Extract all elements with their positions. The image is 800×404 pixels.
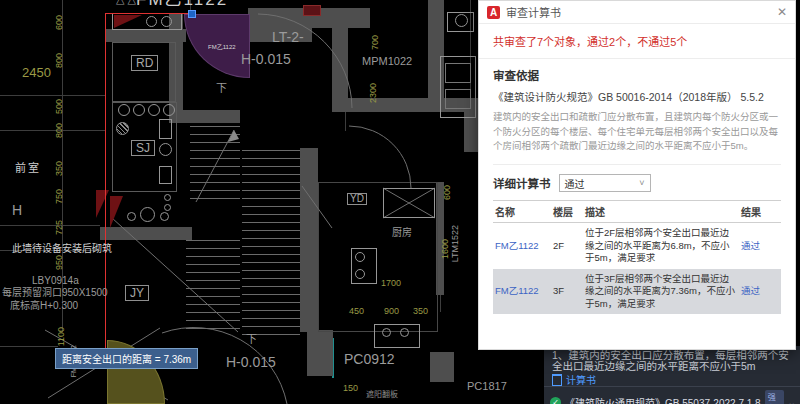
label-stair-down-2: 下 (246, 334, 257, 345)
wall-segment (307, 330, 333, 376)
dim: 600 (55, 15, 64, 30)
hydrant-marker (303, 5, 321, 16)
label-sunshade: 遮阳翻板 (366, 391, 398, 399)
result-link[interactable]: 通过 (739, 223, 781, 269)
result-link[interactable]: 通过 (739, 269, 781, 315)
kitchen-sink (374, 324, 420, 348)
object-name-link[interactable]: FM乙1122 (493, 269, 551, 315)
dim-2450: 2450 (22, 66, 51, 79)
review-basis-section: 审查依据 《建筑设计防火规范》GB 50016-2014（2018年版） 5.5… (479, 59, 795, 165)
label-pc1817: PC1817 (467, 381, 507, 392)
dim: 900 (384, 307, 399, 316)
chevron-down-icon[interactable]: ⌄ (788, 397, 796, 404)
label-stair-down-1: 下 (216, 83, 227, 94)
result-filter-select[interactable]: 通过 ˅ (559, 174, 651, 192)
grid-line (0, 95, 106, 96)
dim: 1600 (441, 239, 450, 259)
description-cell: 位于3F层相邻两个安全出口最近边缘之间的水平距离为7.36m，不应小于5m，满足… (583, 269, 739, 315)
room-yd: YD (347, 193, 367, 205)
dim: 350 (55, 161, 64, 176)
label-door-purple-tag: FM乙1122 (208, 44, 236, 50)
label-bottom-elevation: 底标高H+0.300 (10, 301, 78, 311)
dim: 800 (55, 123, 64, 138)
description-cell: 位于2F层相邻两个安全出口最近边缘之间的水平距离为6.8m，不应小于5m，满足要… (583, 223, 739, 269)
kitchen-sink-bowl (400, 328, 409, 337)
column-header: 名称 (493, 201, 551, 223)
selection-grip[interactable] (188, 10, 196, 18)
dim: 500 (55, 99, 64, 114)
label-pc0912: PC0912 (344, 352, 395, 366)
chevron-down-icon: ˅ (639, 178, 644, 188)
app-window: 距离安全出口的距离 = 7.36m FM乙1122△ △LT-2-H-0.015… (0, 0, 800, 404)
basis-regulation: 《建筑设计防火规范》GB 50016-2014（2018年版） 5.5.2 (493, 89, 781, 104)
check-icon: ✓ (550, 397, 561, 404)
dim: 450 (349, 307, 364, 316)
table-row[interactable]: FM乙11222F位于2F层相邻两个安全出口最近边缘之间的水平距离为6.8m，不… (493, 223, 781, 269)
grid-line (0, 130, 106, 131)
calculation-report-link[interactable]: 计算书 (566, 372, 596, 387)
column-header: 描述 (583, 201, 739, 223)
detail-filter-row: 详细计算书 通过 ˅ (479, 165, 795, 198)
results-table: 名称楼层描述结果 FM乙11222F位于2F层相邻两个安全出口最近边缘之间的水平… (493, 200, 781, 314)
app-logo-icon: A (487, 6, 500, 19)
gas-burner (355, 269, 365, 279)
report-link-row[interactable]: 计算书 (552, 372, 596, 387)
room-rd: RD (131, 55, 158, 71)
divider (544, 386, 800, 387)
close-icon[interactable]: ✕ (777, 5, 787, 19)
kitchen-sink-bowl (382, 328, 391, 337)
review-summary: 共审查了7个对象，通过2个，不通过5个 (479, 24, 795, 59)
roof-marks: △ △ (116, 0, 136, 5)
column-header: 结果 (739, 201, 781, 223)
dim: 725 (55, 220, 64, 235)
rule-text: 1、建筑内的安全出口应分散布置，每层相邻两个安全出口最近边缘之间的水平距离不应小… (552, 350, 796, 372)
stairs (242, 150, 300, 336)
dim: 600 (443, 185, 452, 200)
label-wall-note: 此墙待设备安装后砌筑 (12, 244, 112, 254)
label-front-room: 前室 (15, 163, 41, 174)
dim: 1700 (381, 279, 401, 288)
room-sj: SJ (131, 140, 155, 156)
detail-report-label: 详细计算书 (493, 175, 551, 191)
label-level-2: H-0.015 (226, 355, 276, 369)
wall-segment (430, 352, 454, 382)
dim: 2300 (369, 83, 378, 103)
stairs (186, 240, 240, 334)
label-stair-lt2: LT-2- (272, 30, 304, 44)
label-ltm1522: LTM1522 (451, 225, 460, 262)
dim: 150 (343, 384, 358, 393)
floor-cell: 3F (551, 269, 583, 315)
label-door-top: FM乙1122 (136, 0, 228, 8)
stairs (190, 126, 240, 206)
regulation-title: 《建筑防火通用规范》GB 55037-2022 7.1.8 (565, 395, 761, 404)
dim: 700 (371, 35, 380, 50)
label-kitchen: 厨房 (392, 228, 412, 238)
grid-line (0, 225, 100, 226)
gas-burner (355, 252, 365, 262)
washer-drum (455, 14, 468, 27)
dim: 950 (55, 255, 64, 270)
label-opening-note: 每层预留洞口950X1500 (2, 288, 108, 298)
cabinet-shelf (445, 63, 471, 83)
column-header: 楼层 (551, 201, 583, 223)
table-row[interactable]: FM乙11223F位于3F层相邻两个安全出口最近边缘之间的水平距离为7.36m，… (493, 269, 781, 315)
room-jy: JY (125, 285, 149, 301)
dim: 1100 (57, 327, 66, 346)
filter-value: 通过 (565, 176, 585, 191)
dim: 750 (55, 189, 64, 204)
label-door-mpm1022: MPM1022 (362, 56, 412, 67)
document-icon (552, 374, 562, 386)
shaft-box (383, 188, 435, 218)
label-lby0914a: LBY0914a (32, 276, 79, 286)
object-name-link[interactable]: FM乙1122 (493, 223, 551, 269)
wall-segment (332, 20, 348, 112)
grid-line (0, 346, 58, 347)
results-table-head-row: 名称楼层描述结果 (493, 201, 781, 223)
results-table-body: FM乙11222F位于2F层相邻两个安全出口最近边缘之间的水平距离为6.8m，不… (493, 223, 781, 315)
dim: 800 (55, 53, 64, 68)
code-check-status-panel: 1、建筑内的安全出口应分散布置，每层相邻两个安全出口最近边缘之间的水平距离不应小… (544, 346, 800, 404)
dialog-titlebar[interactable]: A 审查计算书 ✕ (479, 1, 795, 24)
regulation-row[interactable]: ✓ 《建筑防火通用规范》GB 55037-2022 7.1.8 强条 ⌄ (550, 390, 796, 404)
floor-cell: 2F (551, 223, 583, 269)
review-dialog: A 审查计算书 ✕ 共审查了7个对象，通过2个，不通过5个 审查依据 《建筑设计… (478, 0, 796, 350)
